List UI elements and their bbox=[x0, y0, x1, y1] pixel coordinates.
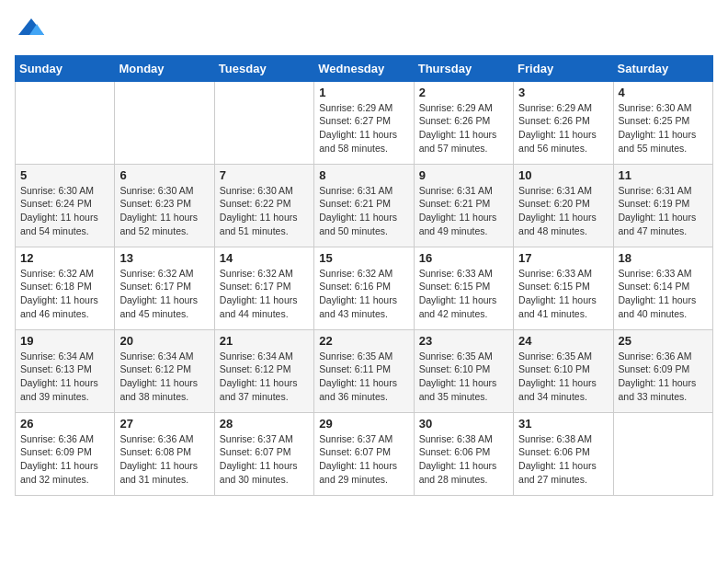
calendar-day-cell: 25Sunrise: 6:36 AM Sunset: 6:09 PM Dayli… bbox=[613, 329, 712, 412]
day-number: 9 bbox=[419, 168, 508, 182]
day-info: Sunrise: 6:38 AM Sunset: 6:06 PM Dayligh… bbox=[518, 432, 608, 487]
day-number: 27 bbox=[119, 417, 209, 431]
calendar-day-cell: 8Sunrise: 6:31 AM Sunset: 6:21 PM Daylig… bbox=[314, 164, 414, 247]
day-info: Sunrise: 6:35 AM Sunset: 6:10 PM Dayligh… bbox=[419, 350, 508, 404]
day-number: 4 bbox=[619, 86, 708, 99]
day-info: Sunrise: 6:32 AM Sunset: 6:16 PM Dayligh… bbox=[319, 267, 408, 321]
calendar-day-cell: 24Sunrise: 6:35 AM Sunset: 6:10 PM Dayli… bbox=[514, 329, 613, 412]
day-number: 23 bbox=[419, 334, 508, 348]
day-info: Sunrise: 6:33 AM Sunset: 6:15 PM Dayligh… bbox=[518, 267, 608, 321]
calendar-day-cell: 5Sunrise: 6:30 AM Sunset: 6:24 PM Daylig… bbox=[16, 164, 115, 247]
calendar-week-row: 5Sunrise: 6:30 AM Sunset: 6:24 PM Daylig… bbox=[16, 164, 713, 247]
weekday-header-cell: Saturday bbox=[613, 55, 712, 81]
day-number: 18 bbox=[619, 251, 708, 265]
day-info: Sunrise: 6:30 AM Sunset: 6:23 PM Dayligh… bbox=[119, 184, 209, 238]
day-info: Sunrise: 6:32 AM Sunset: 6:18 PM Dayligh… bbox=[20, 267, 109, 321]
calendar-day-cell: 20Sunrise: 6:34 AM Sunset: 6:12 PM Dayli… bbox=[115, 329, 214, 412]
day-number: 24 bbox=[518, 334, 608, 348]
day-number: 29 bbox=[319, 417, 408, 431]
calendar-day-cell: 3Sunrise: 6:29 AM Sunset: 6:26 PM Daylig… bbox=[514, 81, 613, 164]
day-info: Sunrise: 6:29 AM Sunset: 6:26 PM Dayligh… bbox=[518, 101, 608, 155]
day-number: 31 bbox=[518, 417, 608, 431]
calendar-day-cell: 26Sunrise: 6:36 AM Sunset: 6:09 PM Dayli… bbox=[16, 412, 115, 495]
calendar-day-cell: 23Sunrise: 6:35 AM Sunset: 6:10 PM Dayli… bbox=[414, 329, 513, 412]
page-header bbox=[15, 15, 713, 46]
calendar-day-cell: 9Sunrise: 6:31 AM Sunset: 6:21 PM Daylig… bbox=[414, 164, 513, 247]
calendar-day-cell: 1Sunrise: 6:29 AM Sunset: 6:27 PM Daylig… bbox=[314, 81, 414, 164]
day-number: 2 bbox=[419, 86, 508, 99]
calendar-week-row: 12Sunrise: 6:32 AM Sunset: 6:18 PM Dayli… bbox=[16, 247, 713, 329]
day-info: Sunrise: 6:30 AM Sunset: 6:24 PM Dayligh… bbox=[20, 184, 109, 238]
day-info: Sunrise: 6:32 AM Sunset: 6:17 PM Dayligh… bbox=[119, 267, 209, 321]
day-info: Sunrise: 6:34 AM Sunset: 6:12 PM Dayligh… bbox=[220, 350, 309, 404]
day-info: Sunrise: 6:35 AM Sunset: 6:11 PM Dayligh… bbox=[319, 350, 408, 404]
calendar-day-cell bbox=[16, 81, 115, 164]
calendar-day-cell bbox=[115, 81, 214, 164]
day-info: Sunrise: 6:29 AM Sunset: 6:26 PM Dayligh… bbox=[419, 101, 508, 155]
day-info: Sunrise: 6:38 AM Sunset: 6:06 PM Dayligh… bbox=[419, 432, 508, 487]
weekday-header-cell: Sunday bbox=[16, 55, 115, 81]
day-number: 10 bbox=[518, 168, 608, 182]
calendar-week-row: 19Sunrise: 6:34 AM Sunset: 6:13 PM Dayli… bbox=[16, 329, 713, 412]
day-info: Sunrise: 6:34 AM Sunset: 6:12 PM Dayligh… bbox=[119, 350, 209, 404]
weekday-header-cell: Monday bbox=[115, 55, 214, 81]
weekday-header-cell: Tuesday bbox=[214, 55, 313, 81]
calendar-day-cell: 10Sunrise: 6:31 AM Sunset: 6:20 PM Dayli… bbox=[514, 164, 613, 247]
day-number: 25 bbox=[619, 334, 708, 348]
calendar-day-cell: 27Sunrise: 6:36 AM Sunset: 6:08 PM Dayli… bbox=[115, 412, 214, 495]
day-number: 11 bbox=[619, 168, 708, 182]
day-info: Sunrise: 6:36 AM Sunset: 6:08 PM Dayligh… bbox=[119, 432, 209, 487]
day-info: Sunrise: 6:36 AM Sunset: 6:09 PM Dayligh… bbox=[20, 432, 109, 487]
calendar-day-cell: 2Sunrise: 6:29 AM Sunset: 6:26 PM Daylig… bbox=[414, 81, 513, 164]
calendar-day-cell: 18Sunrise: 6:33 AM Sunset: 6:14 PM Dayli… bbox=[613, 247, 712, 329]
calendar-day-cell: 16Sunrise: 6:33 AM Sunset: 6:15 PM Dayli… bbox=[414, 247, 513, 329]
weekday-header-cell: Wednesday bbox=[314, 55, 414, 81]
day-info: Sunrise: 6:34 AM Sunset: 6:13 PM Dayligh… bbox=[20, 350, 109, 404]
calendar-day-cell: 30Sunrise: 6:38 AM Sunset: 6:06 PM Dayli… bbox=[414, 412, 513, 495]
weekday-header-cell: Friday bbox=[514, 55, 613, 81]
calendar-day-cell bbox=[613, 412, 712, 495]
day-info: Sunrise: 6:32 AM Sunset: 6:17 PM Dayligh… bbox=[220, 267, 309, 321]
day-number: 5 bbox=[20, 168, 109, 182]
day-number: 16 bbox=[419, 251, 508, 265]
day-number: 12 bbox=[20, 251, 109, 265]
day-info: Sunrise: 6:30 AM Sunset: 6:22 PM Dayligh… bbox=[220, 184, 309, 238]
day-info: Sunrise: 6:37 AM Sunset: 6:07 PM Dayligh… bbox=[319, 432, 408, 487]
calendar-day-cell: 19Sunrise: 6:34 AM Sunset: 6:13 PM Dayli… bbox=[16, 329, 115, 412]
calendar-day-cell: 12Sunrise: 6:32 AM Sunset: 6:18 PM Dayli… bbox=[16, 247, 115, 329]
day-info: Sunrise: 6:31 AM Sunset: 6:21 PM Dayligh… bbox=[319, 184, 408, 238]
day-number: 3 bbox=[518, 86, 608, 99]
calendar-body: 1Sunrise: 6:29 AM Sunset: 6:27 PM Daylig… bbox=[16, 81, 713, 495]
calendar-day-cell: 7Sunrise: 6:30 AM Sunset: 6:22 PM Daylig… bbox=[214, 164, 313, 247]
day-info: Sunrise: 6:30 AM Sunset: 6:25 PM Dayligh… bbox=[619, 101, 708, 155]
day-number: 19 bbox=[20, 334, 109, 348]
day-number: 22 bbox=[319, 334, 408, 348]
calendar-day-cell: 13Sunrise: 6:32 AM Sunset: 6:17 PM Dayli… bbox=[115, 247, 214, 329]
calendar-day-cell: 22Sunrise: 6:35 AM Sunset: 6:11 PM Dayli… bbox=[314, 329, 414, 412]
day-info: Sunrise: 6:36 AM Sunset: 6:09 PM Dayligh… bbox=[619, 350, 708, 404]
day-number: 7 bbox=[220, 168, 309, 182]
day-number: 6 bbox=[119, 168, 209, 182]
day-info: Sunrise: 6:31 AM Sunset: 6:19 PM Dayligh… bbox=[619, 184, 708, 238]
day-info: Sunrise: 6:33 AM Sunset: 6:15 PM Dayligh… bbox=[419, 267, 508, 321]
day-number: 26 bbox=[20, 417, 109, 431]
calendar-day-cell: 21Sunrise: 6:34 AM Sunset: 6:12 PM Dayli… bbox=[214, 329, 313, 412]
calendar-day-cell: 29Sunrise: 6:37 AM Sunset: 6:07 PM Dayli… bbox=[314, 412, 414, 495]
calendar-week-row: 1Sunrise: 6:29 AM Sunset: 6:27 PM Daylig… bbox=[16, 81, 713, 164]
day-number: 17 bbox=[518, 251, 608, 265]
day-info: Sunrise: 6:31 AM Sunset: 6:21 PM Dayligh… bbox=[419, 184, 508, 238]
day-info: Sunrise: 6:29 AM Sunset: 6:27 PM Dayligh… bbox=[319, 101, 408, 155]
day-number: 13 bbox=[119, 251, 209, 265]
calendar-day-cell: 17Sunrise: 6:33 AM Sunset: 6:15 PM Dayli… bbox=[514, 247, 613, 329]
day-number: 30 bbox=[419, 417, 508, 431]
logo bbox=[15, 15, 44, 46]
logo-icon bbox=[18, 15, 44, 40]
day-info: Sunrise: 6:37 AM Sunset: 6:07 PM Dayligh… bbox=[220, 432, 309, 487]
day-number: 28 bbox=[220, 417, 309, 431]
calendar-day-cell: 28Sunrise: 6:37 AM Sunset: 6:07 PM Dayli… bbox=[214, 412, 313, 495]
day-info: Sunrise: 6:33 AM Sunset: 6:14 PM Dayligh… bbox=[619, 267, 708, 321]
day-number: 20 bbox=[119, 334, 209, 348]
calendar-day-cell: 31Sunrise: 6:38 AM Sunset: 6:06 PM Dayli… bbox=[514, 412, 613, 495]
calendar-day-cell: 11Sunrise: 6:31 AM Sunset: 6:19 PM Dayli… bbox=[613, 164, 712, 247]
calendar-day-cell: 15Sunrise: 6:32 AM Sunset: 6:16 PM Dayli… bbox=[314, 247, 414, 329]
